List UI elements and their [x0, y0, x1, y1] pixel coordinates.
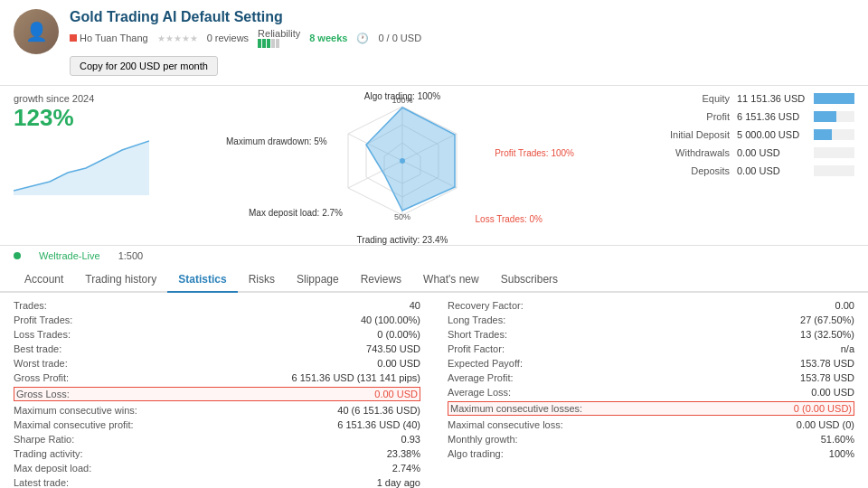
stat-latest-trade: Latest trade: 1 day ago [14, 477, 420, 488]
stat-monthly-growth: Monthly growth: 51.60% [448, 434, 854, 445]
growth-value: 123% [14, 104, 158, 132]
clock-icon: 🕐 [356, 33, 369, 44]
tab-trading-history[interactable]: Trading history [74, 267, 167, 293]
broker-bar: Weltrade-Live 1:500 [0, 245, 868, 266]
stat-maximal-consec-loss: Maximal consecutive loss: 0.00 USD (0) [448, 419, 854, 430]
statistics-section: Trades: 40 Profit Trades: 40 (100.00%) L… [0, 293, 868, 488]
stats-bars: Equity 11 151.36 USD Profit 6 151.36 USD… [646, 93, 854, 238]
radar-left-label: Maximum drawdown: 5% [226, 136, 327, 146]
stat-recovery: Recovery Factor: 0.00 [448, 300, 854, 311]
svg-marker-0 [14, 141, 149, 195]
stat-gross-profit: Gross Profit: 6 151.36 USD (131 141 pips… [14, 372, 420, 383]
main-content: growth since 2024 123% [0, 86, 868, 245]
stat-loss-trades: Loss Trades: 0 (0.00%) [14, 329, 420, 340]
right-stats-col: Recovery Factor: 0.00 Long Trades: 27 (6… [448, 300, 854, 488]
radar-top-label: Algo trading: 100% [364, 91, 441, 101]
stat-row-withdrawals: Withdrawals 0.00 USD [646, 147, 854, 158]
stat-avg-loss: Average Loss: 0.00 USD [448, 387, 854, 398]
stat-algo-trading: Algo trading: 100% [448, 448, 854, 459]
radar-section: 100% 50% Algo trading: 100% Profit Trade… [167, 93, 637, 238]
header-meta: Ho Tuan Thang ★★★★★ 0 reviews Reliabilit… [70, 28, 854, 48]
header-info: Gold Trading AI Default Setting Ho Tuan … [70, 9, 854, 76]
stat-row-deposits: Deposits 0.00 USD [646, 165, 854, 176]
tab-subscribers[interactable]: Subscribers [490, 267, 569, 293]
stat-worst-trade: Worst trade: 0.00 USD [14, 358, 420, 369]
stat-expected-payoff: Expected Payoff: 153.78 USD [448, 358, 854, 369]
stat-max-wins: Maximum consecutive wins: 40 (6 151.36 U… [14, 405, 420, 416]
stat-avg-profit: Average Profit: 153.78 USD [448, 372, 854, 383]
tab-statistics[interactable]: Statistics [167, 267, 237, 293]
stat-profit-factor: Profit Factor: n/a [448, 343, 854, 354]
stat-row-initial-deposit: Initial Deposit 5 000.00 USD [646, 129, 854, 140]
reliability-bars [258, 39, 300, 48]
tab-account[interactable]: Account [14, 267, 74, 293]
svg-point-8 [400, 158, 405, 164]
growth-label: growth since 2024 [14, 93, 158, 104]
left-stats-col: Trades: 40 Profit Trades: 40 (100.00%) L… [14, 300, 420, 488]
page-title: Gold Trading AI Default Setting [70, 9, 854, 25]
mini-chart-area [14, 136, 149, 200]
radar-right-label: Profit Trades: 100% [495, 148, 574, 158]
stat-gross-loss: Gross Loss: 0.00 USD [14, 387, 420, 401]
subscribe-button[interactable]: Copy for 200 USD per month [70, 56, 218, 76]
status-dot [70, 34, 77, 42]
stat-max-deposit-load: Max deposit load: 2.74% [14, 463, 420, 474]
tab-risks[interactable]: Risks [238, 267, 286, 293]
header-section: 👤 Gold Trading AI Default Setting Ho Tua… [0, 0, 868, 86]
avatar: 👤 [14, 9, 59, 54]
radar-bottom-right-label: Loss Trades: 0% [476, 214, 542, 224]
tabs-container: Account Trading history Statistics Risks… [0, 267, 868, 293]
stars: ★★★★★ [157, 33, 198, 43]
stat-short-trades: Short Trades: 13 (32.50%) [448, 329, 854, 340]
stat-best-trade: Best trade: 743.50 USD [14, 343, 420, 354]
growth-section: growth since 2024 123% [14, 93, 158, 238]
stat-trading-activity: Trading activity: 23.38% [14, 448, 420, 459]
stat-profit-trades: Profit Trades: 40 (100.00%) [14, 314, 420, 325]
broker-link[interactable]: Weltrade-Live [39, 250, 100, 261]
radar-bottom-left-label: Max deposit load: 2.7% [249, 208, 343, 218]
stat-row-profit: Profit 6 151.36 USD [646, 111, 854, 122]
broker-name: Ho Tuan Thang [70, 33, 148, 43]
tab-whats-new[interactable]: What's new [412, 267, 490, 293]
radar-bottom-label: Trading activity: 23.4% [357, 235, 448, 245]
stat-maximal-profit: Maximal consecutive profit: 6 151.36 USD… [14, 419, 420, 430]
stat-long-trades: Long Trades: 27 (67.50%) [448, 314, 854, 325]
mini-chart [14, 136, 149, 195]
stat-sharpe: Sharpe Ratio: 0.93 [14, 434, 420, 445]
tab-reviews[interactable]: Reviews [350, 267, 412, 293]
green-status-dot [14, 250, 21, 261]
leverage: 1:500 [118, 250, 144, 261]
tab-slippage[interactable]: Slippage [286, 267, 350, 293]
reliability-section: Reliability [258, 28, 300, 48]
stat-row-equity: Equity 11 151.36 USD [646, 93, 854, 104]
stat-trades: Trades: 40 [14, 300, 420, 311]
svg-text:50%: 50% [394, 212, 410, 221]
stat-max-consec-losses: Maximum consecutive losses: 0 (0.00 USD) [448, 401, 854, 416]
